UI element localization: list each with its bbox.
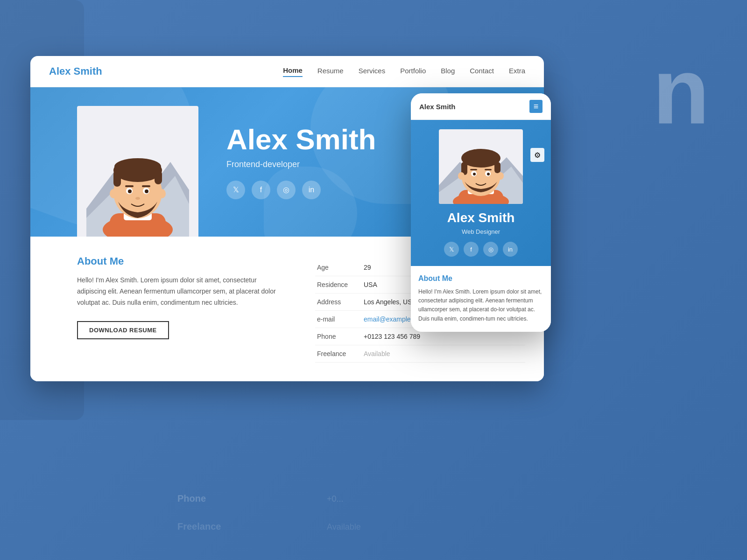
hero-avatar-container [77, 106, 198, 237]
svg-point-10 [114, 158, 161, 175]
email-label: e-mail [315, 311, 362, 328]
mobile-logo: Alex Smith [419, 103, 456, 111]
svg-rect-8 [113, 170, 121, 187]
mobile-about-section: About Me Hello! I'm Alex Smith. Lorem ip… [411, 266, 551, 332]
svg-point-15 [128, 189, 132, 193]
mobile-about-bio-text: Hello! I'm Alex Smith. Lorem ipsum dolor… [418, 287, 543, 323]
svg-rect-36 [470, 169, 477, 170]
mobile-social-icons: 𝕏 f ◎ in [444, 242, 518, 257]
freelance-value: Available [362, 345, 525, 363]
address-label: Address [315, 294, 362, 311]
linkedin-icon[interactable]: in [302, 181, 321, 199]
svg-point-30 [458, 172, 465, 180]
hero-content: Alex Smith Frontend-developer 𝕏 f ◎ in [226, 125, 376, 199]
svg-point-35 [487, 173, 490, 175]
bg-freelance-value: Available [327, 522, 361, 532]
nav-blog[interactable]: Blog [441, 67, 455, 77]
hero-subtitle: Frontend-developer [226, 160, 376, 169]
phone-label: Phone [315, 328, 362, 345]
mobile-about-heading: About Me [418, 274, 543, 283]
mobile-menu-button[interactable]: ≡ [529, 100, 543, 113]
logo-first: Alex [49, 65, 70, 77]
nav-home[interactable]: Home [283, 66, 303, 77]
nav-extra[interactable]: Extra [509, 67, 525, 77]
nav: Home Resume Services Portfolio Blog Cont… [283, 66, 525, 77]
desktop-header: Alex Smith Home Resume Services Portfoli… [30, 56, 544, 87]
download-resume-button[interactable]: DOWNLOAD RESUME [77, 321, 169, 339]
mobile-twitter-icon[interactable]: 𝕏 [444, 242, 459, 257]
nav-resume[interactable]: Resume [317, 67, 344, 77]
nav-contact[interactable]: Contact [470, 67, 494, 77]
table-row: Freelance Available [315, 345, 525, 363]
mobile-facebook-icon[interactable]: f [464, 242, 479, 257]
about-title-accent: Me [107, 255, 124, 267]
nav-services[interactable]: Services [359, 67, 386, 77]
mobile-linkedin-icon[interactable]: in [503, 242, 518, 257]
bg-phone-value: +0... [327, 494, 344, 504]
mobile-about-title-main: About [418, 274, 440, 282]
about-title-main: About [77, 255, 107, 267]
social-icons: 𝕏 f ◎ in [226, 181, 376, 199]
logo: Alex Smith [49, 65, 102, 77]
mobile-hero: ⚙ [411, 120, 551, 266]
mobile-about-title-accent: Me [440, 274, 452, 282]
age-label: Age [315, 259, 362, 276]
svg-rect-29 [494, 162, 500, 173]
mobile-header: Alex Smith ≡ [411, 93, 551, 120]
residence-label: Residence [315, 276, 362, 294]
gear-icon[interactable]: ⚙ [530, 148, 544, 162]
mobile-avatar-illustration [439, 129, 523, 204]
svg-rect-18 [142, 185, 150, 187]
svg-rect-9 [155, 170, 162, 184]
instagram-icon[interactable]: ◎ [277, 181, 296, 199]
bg-letter: n [653, 37, 710, 145]
about-heading: About Me [77, 255, 287, 267]
twitter-icon[interactable]: 𝕏 [226, 181, 245, 199]
bg-phone-label: Phone [177, 493, 206, 504]
facebook-icon[interactable]: f [252, 181, 270, 199]
svg-point-11 [110, 189, 117, 198]
freelance-label: Freelance [315, 345, 362, 363]
svg-rect-17 [125, 185, 134, 187]
mobile-mockup: Alex Smith ≡ ⚙ [411, 93, 551, 332]
svg-point-34 [473, 173, 476, 175]
svg-rect-37 [485, 169, 492, 170]
hero-name: Alex Smith [226, 125, 376, 154]
nav-portfolio[interactable]: Portfolio [400, 67, 426, 77]
svg-point-12 [158, 189, 166, 198]
mobile-hero-name: Alex Smith [447, 210, 515, 225]
logo-last: Smith [70, 65, 102, 77]
svg-point-16 [145, 189, 148, 193]
about-left-panel: About Me Hello! I'm Alex Smith. Lorem ip… [77, 255, 287, 363]
svg-point-19 [135, 197, 140, 200]
svg-point-31 [497, 172, 504, 180]
mobile-instagram-icon[interactable]: ◎ [483, 242, 498, 257]
about-bio-text: Hello! I'm Alex Smith. Lorem ipsum dolor… [77, 275, 287, 308]
mobile-avatar-container [439, 129, 523, 204]
mobile-hero-subtitle: Web Designer [462, 228, 500, 235]
avatar-illustration [86, 115, 189, 237]
bg-freelance-label: Freelance [177, 521, 221, 532]
